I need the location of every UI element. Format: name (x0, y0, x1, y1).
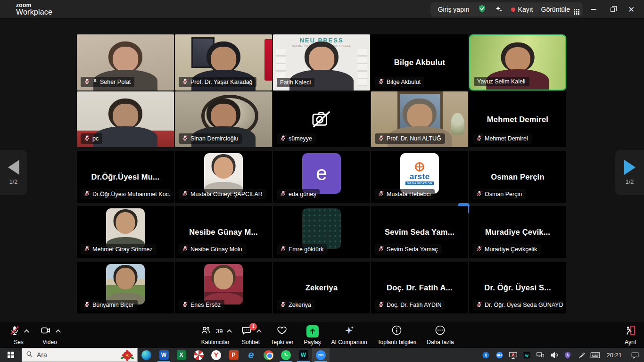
webex-tray-icon[interactable]: W (521, 348, 532, 362)
previous-page-button[interactable]: 1/2 (0, 150, 27, 195)
minimize-button[interactable] (586, 2, 602, 16)
participant-tile[interactable]: Sinan Demircioğlu (175, 91, 272, 147)
participant-tile[interactable]: Doç. Dr. Fatih A...Doç. Dr. Fatih AYDIN (371, 262, 468, 313)
participant-tile[interactable]: Mehmet DemirelMehmet Demirel (469, 91, 566, 147)
participant-tile[interactable]: Osman PerçinOsman Perçin (469, 151, 566, 203)
taskbar-app-edge[interactable] (138, 348, 155, 362)
start-button[interactable] (0, 348, 22, 362)
security-shield-icon[interactable] (478, 4, 487, 15)
action-center-icon[interactable] (628, 348, 642, 362)
participant-tile[interactable]: Yavuz Selim Kaleli (469, 34, 566, 90)
participant-tile[interactable]: eeda güneş (273, 151, 370, 203)
ai-companion-button[interactable]: AI Companion (331, 325, 367, 346)
participants-button[interactable]: 39 Katılımcılar (200, 325, 231, 346)
close-button[interactable]: ✕ (623, 2, 639, 16)
taskbar-apps: W X Y P e W zm (138, 348, 330, 362)
pen-icon[interactable] (576, 348, 586, 362)
participant-tile[interactable]: Nesibe Günay M...Nesibe Günay Molu (175, 206, 272, 258)
participant-tile[interactable]: Emre göktürk (273, 206, 370, 258)
participant-tile[interactable]: Dr. Öğr. Üyesi S...Dr. Öğr. Üyesi Seda G… (469, 262, 566, 313)
participant-avatar (302, 208, 341, 249)
taskbar-app-webex[interactable]: W (295, 348, 312, 362)
ai-sparkle-icon[interactable] (495, 5, 503, 15)
participant-tile[interactable]: Enes Ersöz (175, 262, 272, 313)
screen-blocked-icon[interactable] (508, 348, 518, 362)
participant-tile[interactable]: pc (77, 91, 174, 147)
mic-muted-icon (182, 78, 188, 86)
titlebar-controls-pill: Giriş yapın Kayıt Görüntüle (430, 2, 583, 16)
mic-muted-icon (280, 135, 286, 142)
sign-in-button[interactable]: Giriş yapın (438, 6, 470, 13)
participant-tile[interactable]: arsteORGANIZATIONMustafa Hebebci (371, 151, 468, 203)
gallery-grid-icon (574, 9, 575, 10)
participants-options-chevron[interactable] (227, 329, 232, 334)
taskbar-app-yandex[interactable]: Y (207, 348, 225, 362)
chat-options-chevron[interactable] (256, 329, 262, 334)
participant-name-text: Yavuz Selim Kaleli (477, 78, 526, 85)
network-icon[interactable] (535, 348, 545, 362)
participant-tile[interactable]: Muradiye Çevik...Muradiye Çevikçelik (469, 206, 566, 258)
participant-tile[interactable]: sümeyye (273, 91, 370, 147)
camera-icon (40, 325, 51, 337)
poinsettia-flower-icon[interactable] (120, 349, 134, 362)
taskbar-search-box[interactable]: Ara (22, 348, 138, 362)
participant-tile[interactable]: ZekeriyaZekeriya (273, 262, 370, 313)
touch-keyboard-icon[interactable] (590, 348, 600, 362)
participant-name-label: Bilge Akbulut (375, 77, 424, 87)
view-button[interactable]: Görüntüle (541, 6, 575, 13)
participant-tile[interactable]: Seher Polat (77, 34, 174, 90)
taskbar-clock[interactable]: 20:21 (603, 352, 625, 359)
video-options-chevron[interactable] (56, 329, 61, 334)
participant-tile[interactable]: Bünyamin Biçer (77, 262, 174, 313)
restore-button[interactable] (604, 2, 620, 16)
mic-muted-icon (476, 246, 482, 253)
participant-tile[interactable]: Dr.Öğr.Üyesi Mu...Dr.Öğr.Üyesi Muhammet … (77, 151, 174, 203)
chat-button[interactable]: 1 Sohbet (241, 325, 260, 346)
pin-icon (92, 78, 98, 85)
participant-name-label: eda güneş (277, 189, 320, 199)
record-label: Kayıt (518, 6, 533, 13)
svg-text:W: W (525, 353, 529, 357)
taskbar-app-zoom[interactable]: zm (312, 348, 330, 362)
meeting-info-button[interactable]: Toplantı bilgileri (378, 325, 417, 346)
taskbar-app-fan[interactable] (190, 348, 207, 362)
leave-button[interactable]: Ayrıl (624, 325, 636, 346)
reactions-button[interactable]: Tepki ver (271, 325, 293, 346)
logo-workplace-text: Workplace (16, 8, 52, 16)
speaker-icon[interactable] (549, 348, 559, 362)
next-page-arrow-icon (624, 160, 636, 175)
antivirus-shield-icon[interactable] (562, 348, 573, 362)
share-button[interactable]: Paylaş (304, 325, 321, 346)
participant-name-text: sümeyye (289, 135, 312, 142)
audio-options-chevron[interactable] (24, 329, 29, 334)
reactions-label: Tepki ver (271, 339, 293, 346)
participant-tile[interactable]: Mustafa Cüneyt ŞAPCILAR (175, 151, 272, 203)
participant-name-text: Mehmet Giray Sönmez (92, 246, 153, 253)
participant-tile[interactable]: Bilge AkbulutBilge Akbulut (371, 34, 468, 90)
participant-tile[interactable]: Sevim Seda Yam...Sevim Seda Yamaç (371, 206, 468, 258)
taskbar-app-powerpoint[interactable]: P (225, 348, 242, 362)
participant-name-label: Muradiye Çevikçelik (473, 244, 541, 255)
video-button[interactable]: Video (40, 325, 59, 346)
recording-indicator[interactable]: Kayıt (511, 6, 533, 13)
taskbar-app-chrome[interactable] (260, 348, 277, 362)
participant-tile[interactable]: Prof. Dr. Nuri ALTUĞ (371, 91, 468, 147)
search-icon (26, 351, 33, 360)
windows-taskbar: Ara W X Y P e W zm (0, 348, 644, 362)
taskbar-app-excel[interactable]: X (173, 348, 190, 362)
taskbar-app-word[interactable]: W (155, 348, 173, 362)
audio-button[interactable]: Ses (9, 325, 28, 346)
participant-tile[interactable]: Prof. Dr. Yaşar Karadağ (175, 34, 272, 90)
bluetooth-icon[interactable] (480, 348, 491, 362)
taskbar-app-internet-explorer[interactable]: e (242, 348, 260, 362)
participant-name-text: Fatih Kaleci (280, 79, 311, 86)
zoom-tray-icon[interactable] (494, 348, 504, 362)
next-page-button[interactable]: 1/2 (615, 150, 644, 195)
taskbar-app-whatsapp[interactable] (277, 348, 295, 362)
participant-tile[interactable]: Mehmet Giray Sönmez (77, 206, 174, 258)
mic-muted-icon (84, 246, 90, 253)
participant-name-text: Dr. Öğr. Üyesi Seda GÜNAYDIN (485, 302, 563, 308)
more-button[interactable]: Daha fazla (427, 325, 454, 346)
participant-name-text: Osman Perçin (485, 191, 522, 197)
participant-tile[interactable]: NEU PRESSNECMETTİN ERBAKAN UNIVERSITY PR… (273, 34, 370, 90)
